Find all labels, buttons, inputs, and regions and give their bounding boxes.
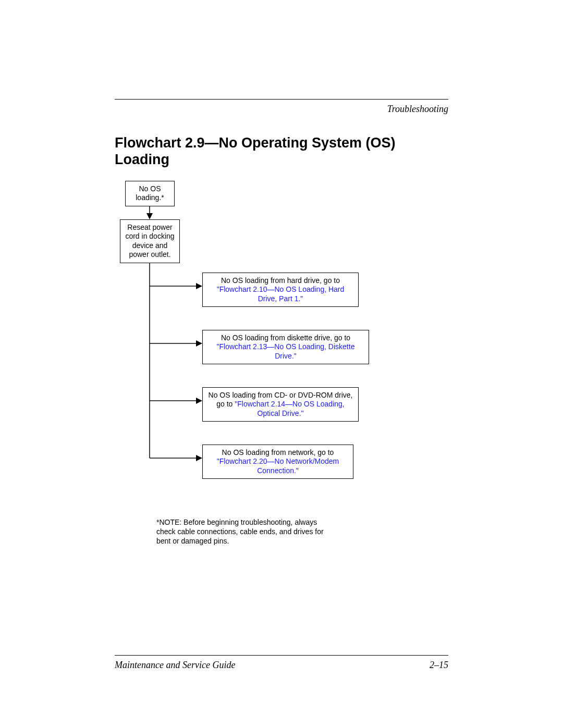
node-network: No OS loading from network, go to "Flowc…: [202, 445, 353, 479]
footnote: *NOTE: Before beginning troubleshooting,…: [156, 517, 334, 546]
svg-marker-1: [146, 213, 153, 219]
node-start-text: No OS loading.*: [136, 184, 164, 202]
flowchart-area: No OS loading.* Reseat power cord in doc…: [115, 181, 448, 514]
svg-marker-8: [196, 398, 202, 404]
footer-rule: [115, 655, 448, 656]
page-footer: Maintenance and Service Guide 2–15: [115, 655, 448, 671]
header-section-label: Troubleshooting: [115, 104, 448, 115]
svg-marker-4: [196, 283, 202, 289]
node-hard-drive: No OS loading from hard drive, go to "Fl…: [202, 273, 359, 307]
svg-marker-10: [196, 455, 202, 461]
node-hard-drive-text: No OS loading from hard drive, go to: [221, 276, 340, 285]
document-page: Troubleshooting Flowchart 2.9—No Operati…: [0, 0, 563, 728]
node-diskette-text: No OS loading from diskette drive, go to: [221, 334, 350, 342]
footer-guide-title: Maintenance and Service Guide: [115, 660, 235, 671]
node-reseat-text: Reseat power cord in docking device and …: [125, 223, 174, 259]
node-start: No OS loading.*: [125, 181, 175, 206]
node-network-text: No OS loading from network, go to: [222, 448, 334, 456]
node-optical: No OS loading from CD- or DVD-ROM drive,…: [202, 387, 359, 422]
node-reseat: Reseat power cord in docking device and …: [120, 219, 180, 263]
svg-marker-6: [196, 340, 202, 347]
link-flowchart-2-13[interactable]: "Flowchart 2.13—No OS Loading, Diskette …: [217, 342, 355, 360]
node-diskette: No OS loading from diskette drive, go to…: [202, 330, 369, 365]
link-flowchart-2-14[interactable]: "Flowchart 2.14—No OS Loading, Optical D…: [235, 400, 344, 417]
page-title: Flowchart 2.9—No Operating System (OS) L…: [115, 134, 448, 168]
header-rule: [115, 99, 448, 100]
link-flowchart-2-20[interactable]: "Flowchart 2.20—No Network/Modem Connect…: [217, 457, 339, 475]
link-flowchart-2-10[interactable]: "Flowchart 2.10—No OS Loading, Hard Driv…: [217, 285, 345, 303]
footer-page-number: 2–15: [430, 660, 448, 671]
